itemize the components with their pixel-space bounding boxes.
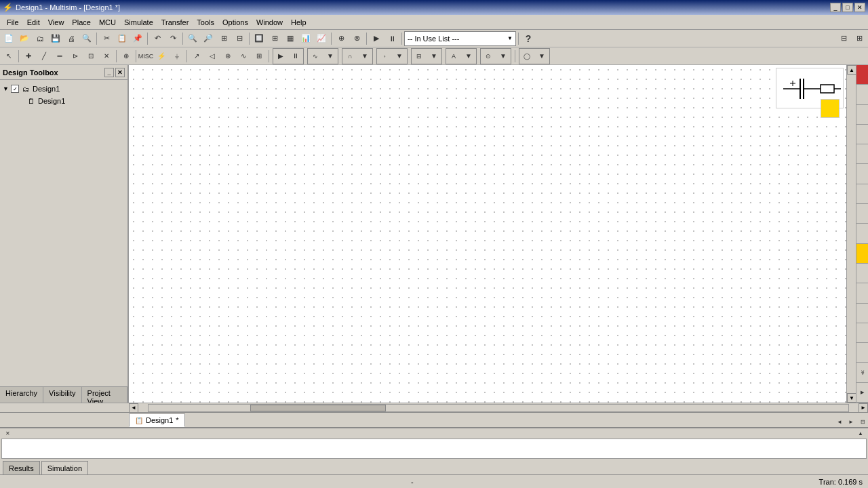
misc2-arrow-button[interactable]: ▼	[534, 49, 549, 64]
connector-button[interactable]: ⊳	[68, 49, 83, 64]
vertical-scrollbar[interactable]: ▲ ▼	[846, 65, 856, 403]
window-maximize-button[interactable]: ⊞	[852, 31, 867, 46]
menu-transfer[interactable]: Transfer	[157, 17, 193, 28]
toolbox-tab-visibility[interactable]: Visibility	[43, 387, 82, 403]
tab-next-button[interactable]: ►	[846, 416, 856, 427]
paste-button[interactable]: 📌	[130, 31, 145, 46]
rated-power-button[interactable]: ⊞	[252, 49, 267, 64]
results-collapse-button[interactable]: ▲	[856, 429, 865, 439]
tree-root-item[interactable]: ▼ ✓ 🗂 Design1	[3, 83, 125, 95]
far-right-btn14[interactable]	[856, 323, 868, 343]
open-sample-button[interactable]: 🗂	[33, 31, 47, 46]
maximize-button[interactable]: □	[842, 3, 853, 12]
far-right-btn16[interactable]: ≫	[856, 363, 868, 382]
copy-button[interactable]: 📋	[115, 31, 130, 46]
menu-place[interactable]: Place	[68, 17, 95, 28]
run-button[interactable]: ▶	[369, 31, 384, 46]
annotations-arrow-button[interactable]: ▼	[461, 49, 476, 64]
no-connect-button[interactable]: ✕	[99, 49, 114, 64]
simulate-stop-button[interactable]: ⏸	[288, 49, 303, 64]
tab-expand-button[interactable]: ⊟	[857, 416, 868, 427]
print-preview-button[interactable]: 🔍	[79, 31, 94, 46]
far-right-btn2[interactable]	[856, 85, 868, 104]
menu-simulate[interactable]: Simulate	[120, 17, 157, 28]
menu-file[interactable]: File	[3, 17, 23, 28]
tree-root-checkbox[interactable]: ✓	[11, 85, 19, 93]
menu-tools[interactable]: Tools	[193, 17, 218, 28]
horizontal-scrollbar[interactable]: ◄ ►	[0, 403, 868, 412]
simulate-mode2-button[interactable]: ▼	[323, 49, 338, 64]
window-restore-button[interactable]: ⊟	[836, 31, 851, 46]
toolbox-minimize-button[interactable]: _	[104, 68, 114, 77]
toolbox-close-button[interactable]: ✕	[115, 68, 125, 77]
far-right-btn15[interactable]	[856, 343, 868, 363]
new-button[interactable]: 📄	[1, 31, 16, 46]
misc-button[interactable]: MISC	[138, 49, 153, 64]
off-page-connector-button[interactable]: ◁	[205, 49, 220, 64]
postprocess-button[interactable]: ⊙	[481, 49, 496, 64]
instruments-arrow-button[interactable]: ▼	[427, 49, 441, 64]
vscroll-track[interactable]	[847, 75, 856, 393]
analysis-button[interactable]: ∩	[342, 49, 357, 64]
hscroll-right-button[interactable]: ►	[859, 403, 868, 413]
design-toolbox-button[interactable]: ▦	[283, 31, 298, 46]
schematic-canvas-area[interactable]	[129, 65, 846, 403]
place-component-button[interactable]: ⊕	[119, 49, 134, 64]
far-right-btn3[interactable]	[856, 105, 868, 125]
far-right-btn17[interactable]: ▶	[856, 383, 868, 403]
far-right-btn4[interactable]	[856, 125, 868, 144]
postprocess-arrow-button[interactable]: ▼	[496, 49, 511, 64]
far-right-btn1[interactable]	[856, 65, 868, 85]
wire-button[interactable]: ╱	[37, 49, 52, 64]
cut-button[interactable]: ✂	[99, 31, 114, 46]
pause-button[interactable]: ⏸	[384, 31, 399, 46]
results-tab-results[interactable]: Results	[3, 461, 40, 474]
close-button[interactable]: ✕	[854, 3, 865, 12]
instruments-button[interactable]: 📊	[298, 31, 313, 46]
far-right-btn11[interactable]	[856, 264, 868, 283]
annotations-button[interactable]: A	[446, 49, 461, 64]
indicator-arrow-button[interactable]: ▼	[392, 49, 407, 64]
simulate-run-button[interactable]: ▶	[273, 49, 288, 64]
menu-options[interactable]: Options	[218, 17, 252, 28]
ground-button[interactable]: ⏚	[170, 49, 184, 64]
instruments2-button[interactable]: ⊟	[412, 49, 427, 64]
far-right-btn6[interactable]	[856, 164, 868, 184]
menu-view[interactable]: View	[44, 17, 68, 28]
indicator-button[interactable]: ◦	[377, 49, 392, 64]
misc2-button[interactable]: ◯	[519, 49, 534, 64]
tab-prev-button[interactable]: ◄	[834, 416, 845, 427]
far-right-btn12[interactable]	[856, 283, 868, 303]
zoom-in-button[interactable]: 🔍	[185, 31, 200, 46]
analysis-arrow-button[interactable]: ▼	[357, 49, 372, 64]
zoom-page-button[interactable]: 🔲	[252, 31, 267, 46]
menu-window[interactable]: Window	[252, 17, 287, 28]
grapher-button[interactable]: 📈	[314, 31, 329, 46]
results-tab-simulation[interactable]: Simulation	[41, 461, 88, 474]
tree-child-item[interactable]: 🗒 Design1	[3, 95, 125, 107]
spreadsheet-button[interactable]: ⊞	[267, 31, 282, 46]
power-button[interactable]: ⚡	[154, 49, 169, 64]
far-right-btn5[interactable]	[856, 144, 868, 164]
minimize-button[interactable]: _	[830, 3, 841, 12]
redo-button[interactable]: ↷	[165, 31, 180, 46]
probes-button[interactable]: ⊛	[220, 49, 235, 64]
menu-mcu[interactable]: MCU	[95, 17, 120, 28]
cross-probe-button[interactable]: ⊗	[349, 31, 364, 46]
print-button[interactable]: 🖨	[64, 31, 79, 46]
help-button[interactable]: ?	[521, 31, 536, 46]
far-right-btn8[interactable]	[856, 204, 868, 224]
menu-help[interactable]: Help	[287, 17, 311, 28]
schematic-canvas[interactable]	[129, 65, 846, 403]
hscroll-left-button[interactable]: ◄	[129, 403, 138, 413]
bus-button[interactable]: ═	[52, 49, 67, 64]
open-button[interactable]: 📂	[17, 31, 32, 46]
far-right-btn10[interactable]	[856, 244, 868, 264]
hscroll-track[interactable]	[148, 404, 849, 412]
zoom-fit-button[interactable]: ⊟	[232, 31, 247, 46]
bus-entry-button[interactable]: ↗	[189, 49, 204, 64]
zoom-out-button[interactable]: 🔎	[201, 31, 216, 46]
select-button[interactable]: ↖	[1, 49, 16, 64]
toolbox-tab-project[interactable]: Project View	[82, 387, 127, 403]
junction-button[interactable]: ✚	[21, 49, 36, 64]
